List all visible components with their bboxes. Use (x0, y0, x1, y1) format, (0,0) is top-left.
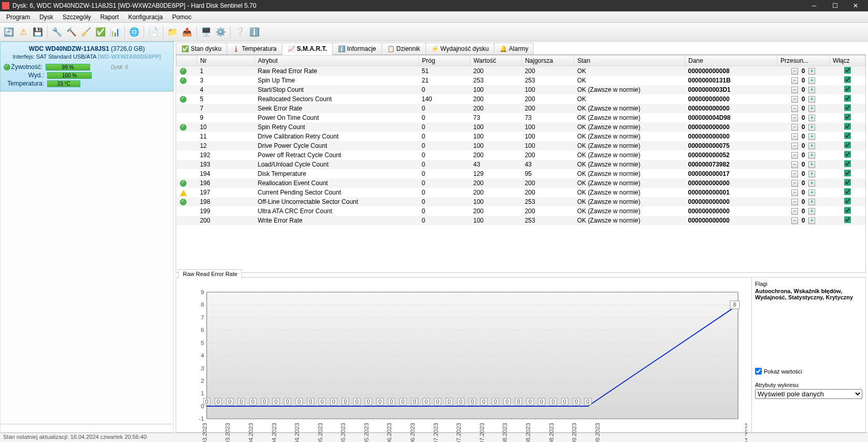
show-values-input[interactable] (755, 368, 762, 375)
offset-control[interactable]: −0+ (780, 170, 827, 177)
col-thr[interactable]: Próg (419, 56, 470, 66)
tab-temp[interactable]: 🌡️Temperatura (226, 43, 282, 54)
offset-control[interactable]: −0+ (780, 67, 827, 75)
minus-button[interactable]: − (791, 87, 798, 93)
enable-checkbox[interactable] (844, 132, 851, 139)
table-row[interactable]: 3Spin Up Time21253253OK00000000131B−0+ (177, 76, 865, 85)
minus-button[interactable]: − (791, 171, 798, 177)
enable-checkbox[interactable] (844, 198, 851, 204)
minus-button[interactable]: − (791, 124, 798, 131)
plus-button[interactable]: + (808, 217, 815, 224)
plus-button[interactable]: + (808, 124, 815, 131)
col-status[interactable]: Stan (574, 56, 685, 66)
tab-alarm[interactable]: 🔔Alarmy (494, 43, 534, 54)
enable-checkbox[interactable] (844, 123, 851, 130)
chart-tab[interactable]: Raw Read Error Rate (178, 269, 242, 279)
menu-item[interactable]: Pomoc (168, 12, 195, 22)
menu-item[interactable]: Dysk (35, 12, 58, 22)
minus-button[interactable]: − (791, 68, 798, 75)
tool2-icon[interactable]: 🔨 (65, 25, 78, 39)
enable-checkbox[interactable] (844, 104, 851, 111)
enable-checkbox[interactable] (844, 67, 851, 74)
export-icon[interactable]: 📤 (180, 25, 194, 39)
chart-svg[interactable]: -1012345678907.03.202325.03.202305.04.20… (180, 287, 747, 442)
folder-icon[interactable]: 📁 (166, 25, 179, 39)
tab-log[interactable]: 📋Dziennik (381, 43, 426, 54)
offset-control[interactable]: −0+ (780, 208, 827, 215)
table-row[interactable]: 200Write Error Rate0100253OK (Zawsze w n… (177, 216, 865, 225)
offset-control[interactable]: −0+ (780, 133, 827, 140)
table-row[interactable]: 12Drive Power Cycle Count0100100OK (Zaws… (177, 141, 865, 150)
minus-button[interactable]: − (791, 152, 798, 159)
enable-checkbox[interactable] (844, 207, 851, 214)
plus-button[interactable]: + (808, 105, 815, 112)
col-attr[interactable]: Atrybut (254, 56, 419, 66)
table-row[interactable]: 196Reallocation Event Count0200200OK (Za… (177, 178, 865, 188)
enable-checkbox[interactable] (844, 216, 851, 223)
menu-item[interactable]: Program (2, 12, 34, 22)
offset-control[interactable]: −0+ (780, 123, 827, 131)
offset-control[interactable]: −0+ (780, 179, 827, 187)
gear-icon[interactable]: ⚙️ (214, 25, 227, 39)
offset-control[interactable]: −0+ (780, 217, 827, 224)
refresh-icon[interactable]: 🔄 (2, 25, 16, 39)
col-icon[interactable] (177, 56, 197, 66)
plus-button[interactable]: + (808, 77, 815, 84)
offset-control[interactable]: −0+ (780, 142, 827, 149)
plus-button[interactable]: + (808, 143, 815, 149)
minus-button[interactable]: − (791, 161, 798, 168)
offset-control[interactable]: −0+ (780, 95, 827, 103)
enable-checkbox[interactable] (844, 160, 851, 167)
col-worst[interactable]: Najgorsza (522, 56, 574, 66)
minus-button[interactable]: − (791, 105, 798, 112)
help-icon[interactable]: ❔ (233, 25, 247, 39)
table-row[interactable]: 193Load/Unload Cycle Count04343OK (Zawsz… (177, 160, 865, 169)
info-icon[interactable]: ℹ️ (248, 25, 261, 39)
smart-table-wrap[interactable]: NrAtrybutPrógWartośćNajgorszaStanDanePrz… (176, 55, 866, 273)
minus-button[interactable]: − (791, 96, 798, 103)
minus-button[interactable]: − (791, 189, 798, 196)
table-row[interactable]: 197Current Pending Sector Count0200200OK… (177, 188, 865, 197)
minus-button[interactable]: − (791, 77, 798, 84)
plus-button[interactable]: + (808, 87, 815, 93)
plus-button[interactable]: + (808, 171, 815, 177)
enable-checkbox[interactable] (844, 114, 851, 120)
menu-item[interactable]: Konfiguracja (124, 12, 167, 22)
disk-panel[interactable]: WDC WD40NDZW-11A8JS1 (3726,0 GB) Interfe… (0, 42, 174, 91)
plus-button[interactable]: + (808, 180, 815, 187)
close-button[interactable]: ✕ (845, 0, 866, 11)
offset-control[interactable]: −0+ (780, 114, 827, 121)
show-values-checkbox[interactable]: Pokaż wartości (755, 368, 862, 375)
globe-icon[interactable]: 🌐 (127, 25, 141, 39)
menu-item[interactable]: Szczegóły (59, 12, 95, 22)
maximize-button[interactable]: ☐ (824, 0, 845, 11)
tool3-icon[interactable]: 🧹 (79, 25, 93, 39)
minus-button[interactable]: − (791, 208, 798, 215)
enable-checkbox[interactable] (844, 179, 851, 186)
monitor-icon[interactable]: 🖥️ (200, 25, 213, 39)
table-row[interactable]: 194Disk Temperature012995OK (Zawsze w no… (177, 169, 865, 178)
minus-button[interactable]: − (791, 199, 798, 205)
minimize-button[interactable]: ─ (804, 0, 824, 11)
enable-checkbox[interactable] (844, 142, 851, 148)
minus-button[interactable]: − (791, 143, 798, 149)
table-row[interactable]: 5Reallocated Sectors Count140200200OK000… (177, 94, 865, 104)
enable-checkbox[interactable] (844, 76, 851, 83)
offset-control[interactable]: −0+ (780, 189, 827, 196)
minus-button[interactable]: − (791, 133, 798, 140)
plus-button[interactable]: + (808, 208, 815, 215)
offset-control[interactable]: −0+ (780, 86, 827, 93)
offset-control[interactable]: −0+ (780, 151, 827, 159)
plus-button[interactable]: + (808, 68, 815, 75)
tool-icon[interactable]: 🔧 (50, 25, 64, 39)
plus-button[interactable]: + (808, 152, 815, 159)
plus-button[interactable]: + (808, 189, 815, 196)
tab-info[interactable]: ℹ️Informacje (332, 43, 382, 54)
enable-checkbox[interactable] (844, 170, 851, 176)
table-row[interactable]: 11Drive Calibration Retry Count0100100OK… (177, 132, 865, 141)
warn-icon[interactable]: ⚠ (17, 25, 30, 39)
offset-control[interactable]: −0+ (780, 161, 827, 168)
minus-button[interactable]: − (791, 115, 798, 121)
plus-button[interactable]: + (808, 161, 815, 168)
menu-item[interactable]: Raport (96, 12, 123, 22)
